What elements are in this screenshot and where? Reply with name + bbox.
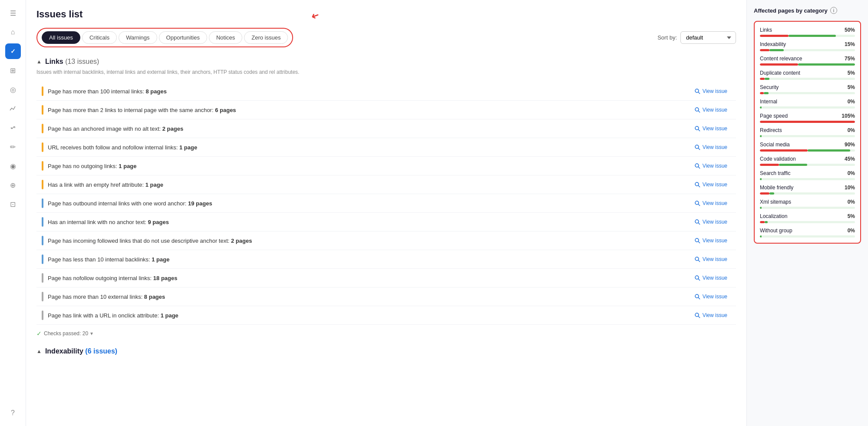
checks-passed: ✓ Checks passed: 20 ▾ <box>36 330 736 337</box>
collapse-links-icon[interactable]: ▲ <box>36 59 42 65</box>
view-issue-button[interactable]: View issue <box>691 161 731 171</box>
category-name: Without group <box>760 228 792 234</box>
links-count: (13 issues) <box>65 58 99 65</box>
table-row: Page has nofollow outgoing internal link… <box>36 269 736 287</box>
search-icon <box>694 312 700 318</box>
category-name: Code validation <box>760 156 796 162</box>
search-icon <box>694 107 700 113</box>
edit-icon[interactable]: ✏ <box>5 139 21 155</box>
category-name: Social media <box>760 142 790 148</box>
main-content: Issues list ➜ All issues Criticals Warni… <box>26 0 868 426</box>
svg-point-22 <box>695 294 699 298</box>
links-section-title: Links (13 issues) <box>45 58 99 66</box>
indexability-section: ▲ Indexability (6 issues) <box>36 347 736 355</box>
bar-fill-green <box>765 78 769 80</box>
table-row: Page has an anchored image with no alt t… <box>36 119 736 138</box>
table-row: Page has link with a URL in onclick attr… <box>36 306 736 325</box>
issue-text: Page has incoming followed links that do… <box>48 238 252 244</box>
bar-track <box>760 49 855 51</box>
category-pct: 10% <box>845 185 855 191</box>
bar-fill-green <box>760 178 762 180</box>
info-icon[interactable]: i <box>830 7 837 14</box>
view-issue-button[interactable]: View issue <box>691 236 731 245</box>
help-icon[interactable]: ? <box>5 405 21 421</box>
bar-fill-red <box>760 78 765 80</box>
view-issue-button[interactable]: View issue <box>691 292 731 301</box>
indexability-header: ▲ Indexability (6 issues) <box>36 347 736 355</box>
search-icon <box>694 163 700 169</box>
bar-fill-green <box>760 106 762 109</box>
tab-notices[interactable]: Notices <box>209 31 242 44</box>
view-issue-button[interactable]: View issue <box>691 180 731 189</box>
brand-icon[interactable]: ✓ <box>5 43 21 59</box>
tab-criticals[interactable]: Criticals <box>82 31 117 44</box>
category-row-duplicate-content: Duplicate content 5% <box>760 70 855 80</box>
category-row-localization: Localization 5% <box>760 213 855 223</box>
table-row: Page has outbound internal links with on… <box>36 194 736 213</box>
bar-fill-red <box>760 192 769 195</box>
svg-point-24 <box>695 313 699 317</box>
view-issue-button[interactable]: View issue <box>691 142 731 152</box>
issue-left: Page has more than 100 internal links: 8… <box>42 86 167 96</box>
chart-icon[interactable] <box>5 101 21 116</box>
category-name: Content relevance <box>760 56 802 62</box>
checks-passed-dropdown[interactable]: ▾ <box>90 330 93 337</box>
issue-left: Page has incoming followed links that do… <box>42 236 252 245</box>
category-row-without-group: Without group 0% <box>760 228 855 238</box>
search-icon <box>694 219 700 225</box>
menu-icon[interactable]: ☰ <box>5 5 21 21</box>
category-row-links: Links 50% <box>760 27 855 37</box>
view-issue-button[interactable]: View issue <box>691 254 731 264</box>
category-pct: 50% <box>845 27 855 33</box>
pages-icon[interactable]: ⊡ <box>5 196 21 212</box>
issue-text: Page has an anchored image with no alt t… <box>48 125 183 132</box>
svg-line-3 <box>698 111 700 112</box>
bar-fill-red <box>760 221 765 223</box>
category-row-security: Security 5% <box>760 84 855 94</box>
svg-point-10 <box>695 182 699 186</box>
location-icon[interactable]: ◉ <box>5 158 21 174</box>
table-row: Has an internal link with no anchor text… <box>36 213 736 231</box>
view-issue-button[interactable]: View issue <box>691 198 731 208</box>
severity-warning-bar <box>42 124 43 133</box>
table-row: Page has less than 10 internal backlinks… <box>36 250 736 269</box>
link-icon[interactable] <box>5 120 21 135</box>
severity-warning-bar <box>42 86 43 96</box>
tab-warnings[interactable]: Warnings <box>119 31 157 44</box>
bar-fill-green <box>808 149 851 152</box>
severity-notice-bar <box>42 198 43 208</box>
grid-icon[interactable]: ⊞ <box>5 63 21 78</box>
category-pct: 0% <box>848 228 855 234</box>
view-issue-button[interactable]: View issue <box>691 273 731 283</box>
issues-panel: Issues list ➜ All issues Criticals Warni… <box>26 0 746 426</box>
issue-text: Has an internal link with no anchor text… <box>48 219 169 225</box>
search-icon <box>694 125 700 132</box>
category-row-social-media: Social media 90% <box>760 142 855 152</box>
issue-left: Page has less than 10 internal backlinks… <box>42 254 169 264</box>
tab-zero-issues[interactable]: Zero issues <box>244 31 288 44</box>
view-issue-button[interactable]: View issue <box>691 124 731 133</box>
issue-text: Page has more than 10 external links: 8 … <box>48 294 165 300</box>
sort-select[interactable]: default name pages affected <box>680 31 736 44</box>
view-issue-button[interactable]: View issue <box>691 310 731 320</box>
page-title: Issues list <box>36 9 736 20</box>
search-icon <box>694 182 700 188</box>
category-row-code-validation: Code validation 45% <box>760 156 855 166</box>
category-pct: 75% <box>845 56 855 62</box>
indexability-title: Indexability (6 issues) <box>45 347 117 355</box>
view-issue-button[interactable]: View issue <box>691 86 731 96</box>
table-row: Page has more than 2 links to internal p… <box>36 101 736 119</box>
svg-line-11 <box>698 185 700 187</box>
add-circle-icon[interactable]: ⊕ <box>5 177 21 193</box>
home-icon[interactable]: ⌂ <box>5 24 21 40</box>
collapse-indexability-icon[interactable]: ▲ <box>36 348 42 354</box>
right-panel-header-area: ➜ Affected pages by category i <box>754 7 861 19</box>
tab-opportunities[interactable]: Opportunities <box>159 31 207 44</box>
category-row-xml-sitemaps: Xml sitemaps 0% <box>760 199 855 209</box>
view-issue-button[interactable]: View issue <box>691 105 731 115</box>
analytics-icon[interactable]: ◎ <box>5 82 21 97</box>
tab-all-issues[interactable]: All issues <box>42 31 80 44</box>
svg-point-14 <box>695 220 699 223</box>
bar-track <box>760 149 855 152</box>
view-issue-button[interactable]: View issue <box>691 217 731 227</box>
